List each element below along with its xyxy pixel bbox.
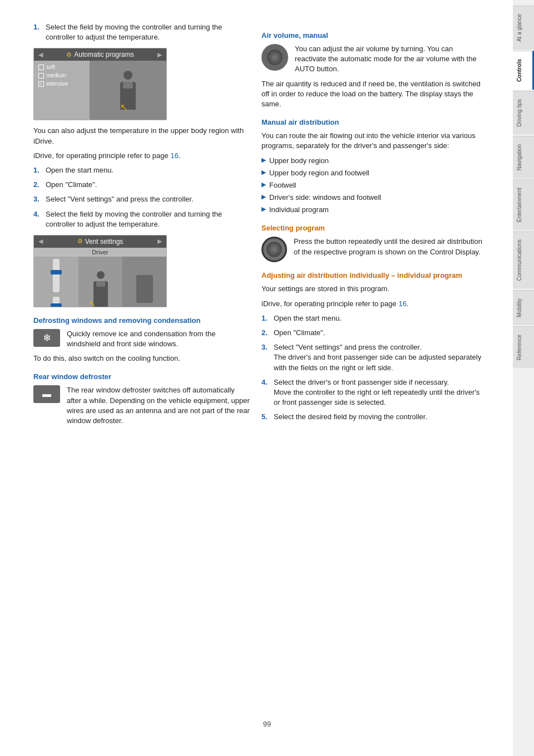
adj-step2-text: Open "Climate". xyxy=(274,328,485,338)
sidebar-tab-communications[interactable]: Communications xyxy=(513,231,534,288)
screen1-figure: ↖ xyxy=(90,61,166,120)
step3: 3. Select "Vent settings" and press the … xyxy=(33,194,250,204)
sidebar-tab-controls[interactable]: Controls xyxy=(513,51,534,90)
rear-defroster-section: ▬ The rear window defroster switches off… xyxy=(33,385,250,426)
bullet-1: ▶ Upper body region xyxy=(261,156,485,166)
air-volume-text: You can adjust the air volume by turning… xyxy=(295,44,485,75)
screen2-subtitle: Driver xyxy=(34,248,166,257)
settings-icon2: ⚙ xyxy=(77,238,83,245)
bullet-text-3: Footwell xyxy=(269,180,296,190)
bullet-arrow-2: ▶ xyxy=(261,168,266,176)
vent-controls xyxy=(34,257,78,307)
manual-dist-text: You can route the air flowing out into t… xyxy=(261,131,485,151)
vent-figure: ↖ xyxy=(78,257,122,307)
sidebar-tab-mobility[interactable]: Mobility xyxy=(513,290,534,325)
seat-shape xyxy=(136,275,153,303)
bullet-5: ▶ Individual program xyxy=(261,205,485,215)
air-volume-extra: The air quantity is reduced and if need … xyxy=(261,79,485,110)
sidebar-tab-entertainment[interactable]: Entertainment xyxy=(513,179,534,230)
screen1-menu: soft medium intensive xyxy=(34,61,90,120)
defroster-icon: ❄ xyxy=(33,329,60,347)
checkbox-soft xyxy=(38,65,44,70)
vent-slider1 xyxy=(53,259,60,292)
screen2-left-arrow: ◀ xyxy=(38,238,43,245)
adj-step5: 5. Select the desired field by moving th… xyxy=(261,412,485,422)
selecting-heading: Selecting program xyxy=(261,224,485,232)
defrost-extra: To do this, also switch on the cooling f… xyxy=(33,354,250,364)
vent-arrow: ↖ xyxy=(89,299,96,307)
sidebar-tab-at-a-glance[interactable]: At a glance xyxy=(513,6,534,50)
air-volume-heading: Air volume, manual xyxy=(261,31,485,40)
step3-text: Select "Vent settings" and press the con… xyxy=(46,194,250,204)
vent-seat-figure xyxy=(122,257,166,307)
idrive-ref2: iDrive, for operating principle refer to… xyxy=(261,299,485,309)
settings-icon: ⚙ xyxy=(66,51,72,58)
bullet-arrow-5: ▶ xyxy=(261,205,266,213)
screen1-body: soft medium intensive xyxy=(34,61,166,120)
rear-defroster-icon: ▬ xyxy=(33,385,60,403)
left-column: 1. Select the field by moving the contro… xyxy=(33,22,250,734)
rear-defroster-text: The rear window defroster switches off a… xyxy=(67,385,250,426)
adj-step2: 2. Open "Climate". xyxy=(261,328,485,338)
step4: 4. Select the field by moving the contro… xyxy=(33,209,250,229)
manual-dist-heading: Manual air distribution xyxy=(261,118,485,126)
bullet-text-2: Upper body region and footwell xyxy=(269,168,369,178)
select-knob-icon xyxy=(261,237,287,262)
bullet-arrow-4: ▶ xyxy=(261,193,266,201)
menu-item-medium: medium xyxy=(38,72,85,78)
vent-handle1 xyxy=(51,270,62,274)
bullet-text-4: Driver's side: windows and footwell xyxy=(269,193,381,203)
rear-heading: Rear window defroster xyxy=(33,372,250,381)
defrost-heading: Defrosting windows and removing condensa… xyxy=(33,316,250,325)
menu-item-intensive: intensive xyxy=(38,81,85,87)
screen1-left-arrow: ◀ xyxy=(38,51,43,58)
adjusting-body: Your settings are stored in this program… xyxy=(261,284,485,294)
step2-text2: Open "Climate". xyxy=(46,180,250,190)
bullet-arrow-1: ▶ xyxy=(261,156,266,164)
vent-head xyxy=(97,271,105,279)
adj-step4-text: Select the driver's or front passenger s… xyxy=(274,377,485,408)
bullet-arrow-3: ▶ xyxy=(261,180,266,189)
body-text1: You can also adjust the temperature in t… xyxy=(33,126,250,146)
screen2-title: Vent settings xyxy=(85,238,123,246)
adj-step1: 1. Open the start menu. xyxy=(261,313,485,323)
adj-step4: 4. Select the driver's or front passenge… xyxy=(261,377,485,408)
idrive-ref1: iDrive, for operating principle refer to… xyxy=(33,151,250,161)
screen2-titlebar: ◀ ⚙ Vent settings ▶ xyxy=(34,235,166,248)
selecting-section: Press the button repeatedly until the de… xyxy=(261,237,485,262)
adj-step3: 3. Select "Vent settings" and press the … xyxy=(261,342,485,373)
sidebar-tab-driving-tips[interactable]: Driving tips xyxy=(513,91,534,134)
screen1-image: ◀ ⚙ Automatic programs ▶ soft medium xyxy=(33,48,167,120)
adj-step1-text: Open the start menu. xyxy=(274,313,485,323)
defrost-section: ❄ Quickly remove ice and condensation fr… xyxy=(33,329,250,349)
step2-text: Select the field by moving the controlle… xyxy=(46,22,250,42)
page-number: 99 xyxy=(263,720,271,728)
bullet-text-5: Individual program xyxy=(269,205,329,215)
screen2-right-arrow: ▶ xyxy=(157,238,162,245)
selecting-text: Press the button repeatedly until the de… xyxy=(294,237,485,257)
sidebar-tab-reference[interactable]: Reference xyxy=(513,326,534,368)
screen1-titlebar: ◀ ⚙ Automatic programs ▶ xyxy=(34,48,166,61)
adj-step3-text: Select "Vent settings" and press the con… xyxy=(274,342,485,373)
idrive-page-ref1[interactable]: 16 xyxy=(170,151,178,160)
person-head xyxy=(123,71,132,80)
adj-step5-text: Select the desired field by moving the c… xyxy=(274,412,485,422)
idrive-page-ref2[interactable]: 16 xyxy=(398,300,406,308)
adjusting-heading: Adjusting air distribution individually … xyxy=(261,271,485,279)
step1-text: Open the start menu. xyxy=(46,165,250,175)
bullet-4: ▶ Driver's side: windows and footwell xyxy=(261,193,485,203)
vent-person: ↖ xyxy=(93,271,108,307)
vent-handle2 xyxy=(51,303,62,307)
sidebar-tab-navigation[interactable]: Navigation xyxy=(513,136,534,178)
person-body xyxy=(120,82,136,99)
right-column: Air volume, manual You can adjust the ai… xyxy=(261,22,485,734)
screen2-image: ◀ ⚙ Vent settings ▶ Driver xyxy=(33,235,167,307)
select-knob-inner xyxy=(266,242,282,257)
bullet-2: ▶ Upper body region and footwell xyxy=(261,168,485,178)
checkbox-intensive xyxy=(38,81,44,87)
bullet-text-1: Upper body region xyxy=(269,156,329,166)
step2-intro-block: 1. Select the field by moving the contro… xyxy=(33,22,250,42)
step2-num: 1. xyxy=(33,22,43,42)
bullet-list: ▶ Upper body region ▶ Upper body region … xyxy=(261,156,485,215)
defrost-text: Quickly remove ice and condensation from… xyxy=(67,329,250,349)
